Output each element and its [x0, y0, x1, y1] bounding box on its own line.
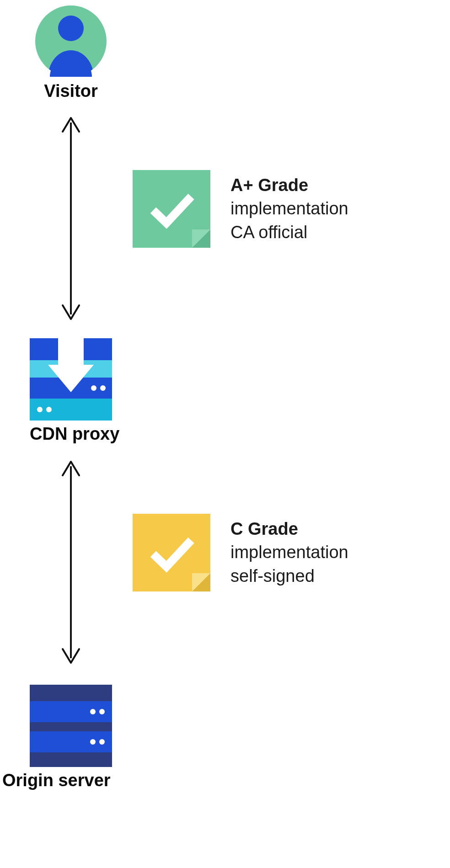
cdn-server-icon [30, 338, 112, 421]
badge-bottom-line1: implementation [230, 541, 348, 564]
svg-point-15 [46, 407, 52, 412]
server-icon [30, 685, 112, 767]
svg-rect-26 [30, 722, 112, 731]
svg-point-11 [91, 385, 96, 391]
svg-point-24 [90, 709, 96, 714]
badge-top-title: A+ Grade [230, 174, 348, 197]
svg-point-12 [100, 385, 106, 391]
double-arrow-icon [57, 113, 85, 324]
badge-top-line1: implementation [230, 197, 348, 220]
node-origin: Origin server [30, 685, 112, 790]
svg-rect-16 [58, 338, 84, 366]
node-origin-label: Origin server [2, 771, 139, 790]
badge-bottom-line2: self-signed [230, 564, 348, 588]
badge-bottom-text: C Grade implementation self-signed [230, 517, 348, 588]
double-arrow-icon [57, 457, 85, 667]
svg-point-28 [90, 739, 96, 745]
node-visitor-label: Visitor [34, 81, 107, 101]
person-icon [34, 5, 107, 78]
badge-top: A+ Grade implementation CA official [133, 170, 348, 248]
svg-rect-22 [30, 685, 112, 701]
svg-point-1 [58, 16, 84, 41]
node-cdn-label: CDN proxy [30, 424, 112, 444]
badge-top-line2: CA official [230, 221, 348, 244]
svg-point-14 [37, 407, 43, 412]
node-visitor: Visitor [34, 5, 107, 101]
checkmark-note-icon [133, 514, 210, 591]
badge-top-text: A+ Grade implementation CA official [230, 174, 348, 244]
svg-rect-30 [30, 752, 112, 767]
checkmark-note-icon [133, 170, 210, 248]
svg-point-29 [99, 739, 105, 745]
node-cdn: CDN proxy [30, 338, 112, 444]
svg-point-25 [99, 709, 105, 714]
badge-bottom: C Grade implementation self-signed [133, 514, 348, 591]
diagram-root: Visitor A+ Grade implementation CA offic… [0, 0, 450, 868]
badge-bottom-title: C Grade [230, 517, 348, 541]
